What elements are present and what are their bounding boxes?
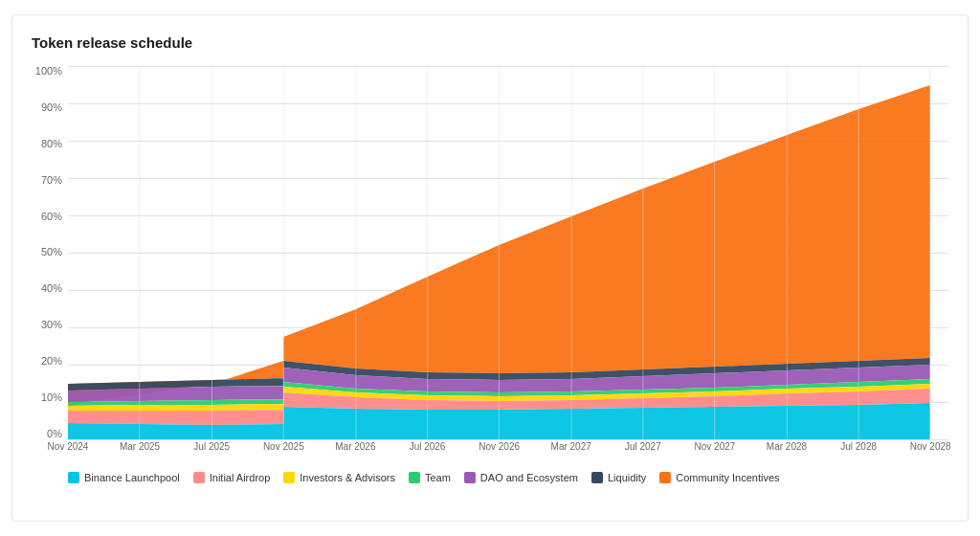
legend-item-investors-advisors: Investors & Advisors	[283, 472, 395, 483]
y-axis: 100% 90% 80% 70% 60% 50% 40% 30% 20% 10%…	[32, 66, 68, 439]
y-label-100: 100%	[35, 66, 62, 77]
x-axis: Nov 2024 Mar 2025 Jul 2025 Nov 2025 Mar …	[68, 441, 948, 462]
y-label-40: 40%	[41, 283, 62, 294]
x-label-mar2025: Mar 2025	[120, 441, 160, 452]
legend-color-binance-launchpool	[68, 472, 79, 483]
x-label-jul2026: Jul 2026	[410, 441, 446, 452]
legend-color-liquidity	[591, 472, 603, 483]
y-label-70: 70%	[41, 175, 62, 186]
chart-container: Token release schedule 100% 90% 80% 70% …	[11, 14, 969, 522]
x-label-jul2025: Jul 2025	[193, 441, 230, 452]
legend-color-initial-airdrop	[193, 472, 205, 483]
legend-color-community-incentives	[659, 472, 671, 483]
legend-item-liquidity: Liquidity	[591, 472, 646, 483]
legend-item-binance-launchpool: Binance Launchpool	[68, 472, 180, 483]
legend-label-initial-airdrop: Initial Airdrop	[210, 472, 271, 483]
legend-label-liquidity: Liquidity	[608, 472, 646, 483]
x-label-nov2027: Nov 2027	[695, 441, 736, 452]
legend-label-community-incentives: Community Incentives	[676, 472, 779, 483]
legend-item-community-incentives: Community Incentives	[659, 472, 779, 483]
x-label-nov2026: Nov 2026	[479, 441, 520, 452]
x-label-nov2024: Nov 2024	[48, 441, 89, 452]
y-label-30: 30%	[41, 320, 62, 330]
chart-title: Token release schedule	[32, 34, 948, 51]
y-label-90: 90%	[41, 102, 62, 113]
area-chart-svg	[68, 66, 948, 439]
legend-color-team	[409, 472, 420, 483]
x-label-mar2028: Mar 2028	[767, 441, 807, 452]
x-label-jul2027: Jul 2027	[625, 441, 661, 452]
y-label-50: 50%	[41, 247, 62, 257]
chart-legend: Binance Launchpool Initial Airdrop Inves…	[68, 472, 948, 483]
y-label-20: 20%	[41, 356, 62, 367]
y-label-0: 0%	[47, 429, 62, 439]
legend-item-team: Team	[409, 472, 451, 483]
legend-item-dao-ecosystem: DAO and Ecosystem	[464, 472, 578, 483]
legend-color-investors-advisors	[283, 472, 295, 483]
legend-label-team: Team	[425, 472, 451, 483]
y-label-80: 80%	[41, 139, 62, 149]
chart-plot	[68, 66, 948, 439]
y-label-10: 10%	[41, 392, 62, 403]
grid-line-0	[68, 439, 948, 440]
y-label-60: 60%	[41, 212, 62, 222]
x-label-jul2028: Jul 2028	[840, 441, 877, 452]
x-label-mar2026: Mar 2026	[335, 441, 375, 452]
legend-color-dao-ecosystem	[464, 472, 476, 483]
legend-label-investors-advisors: Investors & Advisors	[300, 472, 395, 483]
legend-item-initial-airdrop: Initial Airdrop	[193, 472, 271, 483]
x-label-mar2027: Mar 2027	[551, 441, 591, 452]
x-label-nov2025: Nov 2025	[263, 441, 304, 452]
legend-label-binance-launchpool: Binance Launchpool	[84, 472, 180, 483]
legend-label-dao-ecosystem: DAO and Ecosystem	[480, 472, 578, 483]
x-label-nov2028: Nov 2028	[910, 441, 951, 452]
